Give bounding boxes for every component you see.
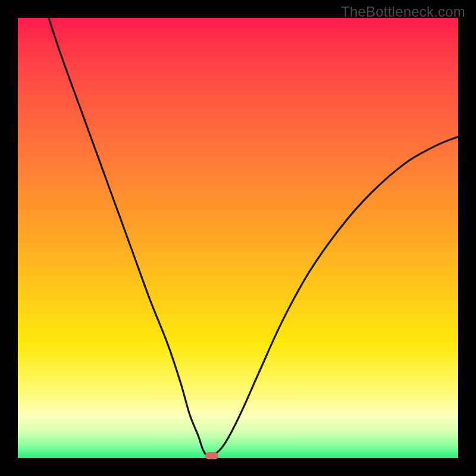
bottleneck-curve-path <box>49 18 458 457</box>
min-marker <box>205 452 218 459</box>
chart-frame: TheBottleneck.com <box>0 0 476 476</box>
plot-area <box>18 18 458 458</box>
curve-svg <box>18 18 458 458</box>
